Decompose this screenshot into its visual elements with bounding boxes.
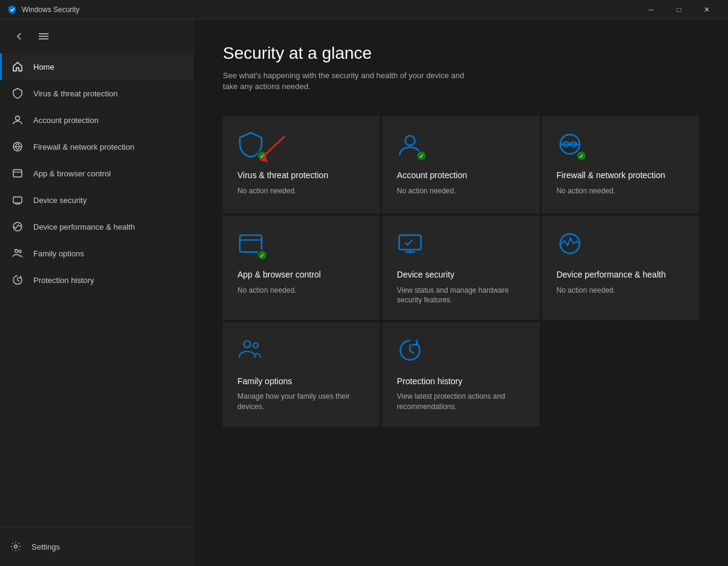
sidebar-item-devicehealth-label: Device performance & health [33,222,135,231]
settings-icon [10,541,22,553]
devicesecurity-icon [12,194,24,206]
cards-grid: ✓ Virus & threat protection No action ne… [223,116,699,427]
svg-rect-5 [13,170,22,177]
sidebar-item-settings[interactable]: Settings [10,534,184,559]
firewall-card[interactable]: ✓ Firewall & network protection No actio… [542,116,699,213]
virus-card-icon-wrap: ✓ [237,131,266,160]
svg-point-11 [405,136,415,145]
sidebar-item-virus[interactable]: Virus & threat protection [0,80,194,107]
account-card-title: Account protection [397,170,524,181]
firewall-card-title: Firewall & network protection [557,170,684,181]
devicehealth-card-title: Device performance & health [557,269,684,280]
back-button[interactable] [10,29,29,44]
svg-rect-13 [240,235,262,252]
svg-point-16 [244,341,251,348]
account-card-icon-wrap: ✓ [397,131,426,160]
family-card-desc: Manage how your family uses their device… [237,391,365,412]
svg-point-9 [19,250,21,253]
svg-rect-1 [39,36,48,37]
firewall-card-desc: No action needed. [557,186,684,196]
svg-point-8 [15,250,18,253]
devicesec-card[interactable]: Device security View status and manage h… [382,216,539,320]
account-check-badge: ✓ [416,150,427,161]
back-icon [15,32,24,41]
sidebar-item-family-label: Family options [33,249,84,258]
sidebar-item-home[interactable]: Home [0,53,194,80]
devicesec-card-icon-wrap [397,230,426,259]
sidebar-item-history[interactable]: Protection history [0,267,194,293]
devicesec-card-desc: View status and manage hardware security… [397,285,524,306]
sidebar: Home Virus & threat protection [0,19,194,566]
virus-check-badge: ✓ [257,150,268,161]
sidebar-item-appbrowser-label: App & browser control [33,169,111,178]
title-bar: Windows Security ─ □ ✕ [0,0,728,19]
main-content: Security at a glance See what's happenin… [194,19,728,566]
hamburger-button[interactable] [36,29,51,44]
devicesec-card-title: Device security [397,269,524,280]
minimize-button[interactable]: ─ [637,0,665,19]
virus-card-desc: No action needed. [237,186,365,196]
sidebar-item-firewall[interactable]: Firewall & network protection [0,133,194,160]
family-card[interactable]: Family options Manage how your family us… [223,322,380,427]
devicehealth-icon [12,221,24,233]
account-card[interactable]: ✓ Account protection No action needed. [382,116,539,213]
history-icon [12,274,24,286]
family-card-icon [237,337,264,364]
maximize-button[interactable]: □ [665,0,693,19]
family-card-icon-wrap [237,337,266,366]
firewall-card-icon-wrap: ✓ [557,131,586,160]
firewall-icon [12,141,24,153]
close-button[interactable]: ✕ [693,0,721,19]
appbrowser-card-title: App & browser control [237,269,365,280]
devicehealth-card-icon [557,230,583,257]
hamburger-icon [39,32,48,41]
devicehealth-card[interactable]: Device performance & health No action ne… [542,216,699,320]
svg-point-7 [13,222,22,231]
sidebar-item-account-label: Account protection [33,116,99,125]
svg-rect-6 [13,197,22,203]
title-bar-left: Windows Security [7,5,79,15]
sidebar-item-family[interactable]: Family options [0,240,194,267]
sidebar-item-appbrowser[interactable]: App & browser control [0,160,194,187]
account-card-desc: No action needed. [397,186,524,196]
svg-point-10 [15,545,18,548]
sidebar-item-devicesecurity-label: Device security [33,196,87,205]
sidebar-item-history-label: Protection history [33,276,94,285]
sidebar-item-account[interactable]: Account protection [0,107,194,133]
virus-card[interactable]: ✓ Virus & threat protection No action ne… [223,116,380,213]
nav-items: Home Virus & threat protection [0,53,194,527]
appbrowser-check-badge: ✓ [257,250,268,261]
sidebar-bottom: Settings [0,527,194,566]
history-card-desc: View latest protection actions and recom… [397,391,524,412]
family-icon [12,247,24,259]
page-subtitle: See what's happening with the security a… [223,70,465,92]
svg-point-3 [16,116,20,121]
history-card-icon [397,337,423,364]
sidebar-item-virus-label: Virus & threat protection [33,89,117,98]
appbrowser-card[interactable]: ✓ App & browser control No action needed… [223,216,380,320]
appbrowser-icon [12,167,24,179]
appbrowser-card-icon-wrap: ✓ [237,230,266,259]
history-card[interactable]: Protection history View latest protectio… [382,322,539,427]
sidebar-item-home-label: Home [33,62,55,72]
svg-point-17 [253,343,258,348]
devicehealth-card-icon-wrap [557,230,586,259]
title-bar-title: Windows Security [22,5,79,14]
devicesec-card-icon [397,230,423,257]
app-icon [7,5,17,15]
settings-label: Settings [31,542,60,551]
firewall-check-badge: ✓ [576,150,587,161]
sidebar-item-devicehealth[interactable]: Device performance & health [0,213,194,240]
appbrowser-card-desc: No action needed. [237,285,365,296]
home-icon [12,61,24,73]
sidebar-item-firewall-label: Firewall & network protection [33,142,134,151]
history-card-title: Protection history [397,376,524,387]
virus-card-title: Virus & threat protection [237,170,365,181]
svg-rect-2 [39,39,48,40]
page-title: Security at a glance [223,44,699,63]
sidebar-item-devicesecurity[interactable]: Device security [0,187,194,213]
account-icon [12,114,24,126]
history-card-icon-wrap [397,337,426,366]
family-card-title: Family options [237,376,365,387]
sidebar-top [0,24,194,53]
